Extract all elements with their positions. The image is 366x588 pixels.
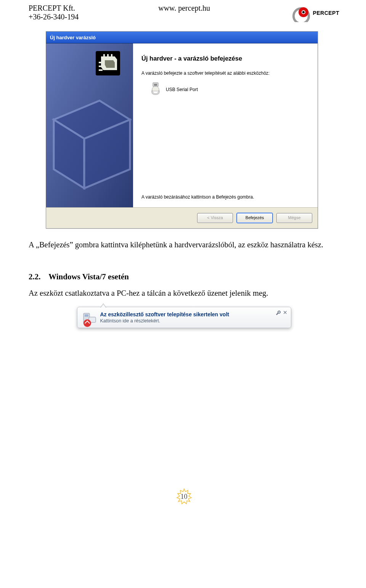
- company-name: PERCEPT Kft.: [29, 4, 79, 13]
- header-url: www. percept.hu: [79, 4, 290, 13]
- svg-rect-19: [85, 314, 88, 317]
- svg-rect-12: [111, 54, 112, 58]
- wizard-title: Új hardver varázsló: [50, 35, 96, 40]
- brand-logo: PERCEPT: [290, 4, 339, 22]
- wizard-titlebar: Új hardver varázsló: [46, 32, 318, 43]
- back-button: < Vissza: [197, 213, 233, 223]
- svg-rect-11: [107, 54, 109, 58]
- driver-install-failed-balloon[interactable]: ✕ Az eszközillesztő szoftver telepítése …: [77, 307, 291, 328]
- wizard-device-row: USB Serial Port: [149, 82, 307, 97]
- wizard-intro-text: A varázsló befejezte a szoftver telepíté…: [141, 70, 307, 76]
- balloon-icon: [81, 312, 97, 329]
- brand-text: PERCEPT: [313, 10, 339, 16]
- balloon-subtitle: Kattintson ide a részletekért.: [100, 318, 279, 324]
- page-number: 10: [181, 493, 188, 501]
- company-phone: +36-26-340-194: [29, 13, 79, 21]
- svg-point-2: [302, 11, 305, 13]
- svg-rect-15: [99, 69, 103, 71]
- options-icon[interactable]: [276, 310, 281, 317]
- finish-button[interactable]: Befejezés: [237, 213, 273, 223]
- cancel-button: Mégse: [276, 213, 312, 223]
- wizard-footer-text: A varázsló bezárásához kattintson a Befe…: [141, 194, 307, 200]
- svg-rect-10: [103, 54, 105, 58]
- percept-logo-icon: [291, 4, 311, 22]
- wizard-heading: Új hardver - a varázsló befejezése: [141, 55, 307, 62]
- header-left: PERCEPT Kft. +36-26-340-194: [29, 4, 79, 21]
- svg-marker-9: [105, 60, 115, 68]
- paragraph-before-balloon: Az eszközt csatlakoztatva a PC-hez a tál…: [29, 288, 339, 298]
- wizard-side-graphic: [46, 43, 133, 207]
- paragraph-after-wizard: A „Befejezés” gombra kattintva kiléphetü…: [29, 240, 339, 249]
- section-number: 2.2.: [29, 272, 41, 281]
- wizard-button-bar: < Vissza Befejezés Mégse: [46, 208, 318, 228]
- section-heading: 2.2. Windows Vista/7 esetén: [29, 272, 339, 282]
- close-icon[interactable]: ✕: [283, 310, 288, 316]
- svg-rect-17: [154, 84, 157, 86]
- balloon-title: Az eszközillesztő szoftver telepítése si…: [100, 311, 279, 317]
- page-number-badge: 10: [176, 488, 193, 505]
- svg-rect-13: [99, 62, 103, 63]
- wizard-device-name: USB Serial Port: [166, 87, 198, 92]
- hardware-wizard-window: Új hardver varázsló: [46, 31, 318, 229]
- usb-port-icon: [149, 82, 162, 97]
- svg-rect-14: [99, 66, 103, 67]
- document-header: PERCEPT Kft. +36-26-340-194 www. percept…: [29, 4, 339, 22]
- section-title: Windows Vista/7 esetén: [48, 272, 129, 281]
